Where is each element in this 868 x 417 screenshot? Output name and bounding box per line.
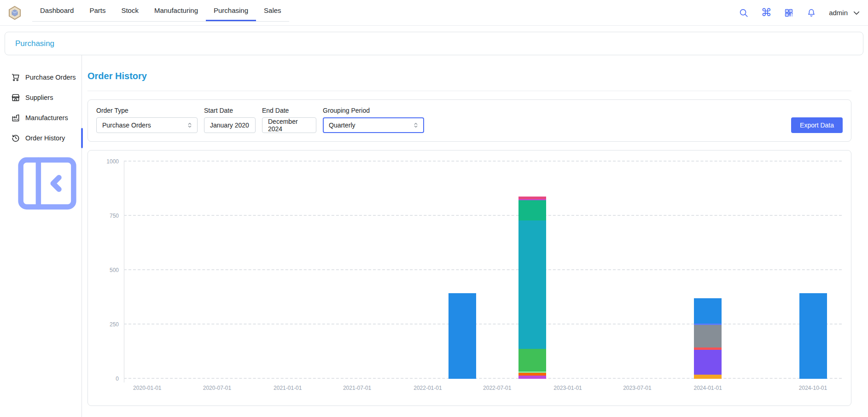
sidebar-collapse-icon[interactable] xyxy=(12,212,82,220)
select-chevrons-icon xyxy=(186,122,193,128)
chart-bar-segment[interactable] xyxy=(518,376,546,379)
sidebar-item-label: Order History xyxy=(25,134,65,142)
shopping-cart-icon xyxy=(11,73,20,82)
gridline xyxy=(124,215,842,216)
y-tick-label: 750 xyxy=(110,213,119,219)
x-tick-label: 2024-01-01 xyxy=(693,385,722,391)
chart-bar[interactable] xyxy=(449,293,476,379)
chart-bar-segment[interactable] xyxy=(694,375,722,379)
start-date-value: January 2020 xyxy=(210,122,249,129)
gridline xyxy=(124,161,842,162)
tab-sales[interactable]: Sales xyxy=(256,0,289,21)
x-tick-label: 2020-07-01 xyxy=(203,385,231,391)
end-date-label: End Date xyxy=(262,107,316,114)
sidebar-item-order-history[interactable]: Order History xyxy=(11,128,82,148)
x-tick-label: 2023-07-01 xyxy=(623,385,651,391)
top-navbar: Dashboard Parts Stock Manufacturing Purc… xyxy=(0,0,868,26)
y-axis-line xyxy=(124,162,124,382)
end-date-value: December 2024 xyxy=(268,118,310,133)
chart-bar-segment[interactable] xyxy=(694,298,722,324)
grouping-period-select[interactable]: Quarterly xyxy=(323,117,424,133)
chart-bar[interactable] xyxy=(694,298,722,379)
order-history-panel: Order History Order Type Purchase Orders… xyxy=(82,55,868,417)
inventree-logo-icon[interactable] xyxy=(7,6,22,20)
chart-bar-segment[interactable] xyxy=(518,220,546,348)
user-menu[interactable]: admin xyxy=(829,9,861,17)
start-date-input[interactable]: January 2020 xyxy=(204,117,256,133)
gridline xyxy=(124,269,842,270)
tab-parts[interactable]: Parts xyxy=(82,0,113,21)
start-date-label: Start Date xyxy=(204,107,256,114)
qr-scan-icon[interactable] xyxy=(784,8,794,18)
end-date-field: End Date December 2024 xyxy=(262,107,316,133)
main-tabs: Dashboard Parts Stock Manufacturing Purc… xyxy=(32,0,289,22)
username-label: admin xyxy=(829,9,848,17)
command-icon[interactable]: ⌘ xyxy=(761,8,771,18)
order-type-value: Purchase Orders xyxy=(102,122,151,129)
grouping-period-value: Quarterly xyxy=(329,122,355,129)
search-icon[interactable] xyxy=(739,8,749,18)
order-type-field: Order Type Purchase Orders xyxy=(96,107,198,133)
chart-bar-segment[interactable] xyxy=(518,200,546,220)
order-history-chart-card: 025050075010002020-01-012020-07-012021-0… xyxy=(87,150,851,406)
sidebar-item-label: Suppliers xyxy=(25,94,53,101)
select-chevrons-icon xyxy=(413,122,419,128)
chart-bar-segment[interactable] xyxy=(799,293,827,379)
breadcrumb-purchasing-link[interactable]: Purchasing xyxy=(15,39,54,48)
y-tick-label: 0 xyxy=(116,376,119,382)
chart-bar-segment[interactable] xyxy=(449,293,476,379)
y-tick-label: 500 xyxy=(110,267,119,273)
grouping-period-label: Grouping Period xyxy=(323,107,424,114)
factory-icon xyxy=(11,113,20,122)
purchasing-sidebar: Purchase Orders Suppliers Manufacturers xyxy=(0,55,82,417)
active-item-indicator xyxy=(81,128,83,148)
gridline xyxy=(124,324,842,324)
start-date-field: Start Date January 2020 xyxy=(204,107,256,133)
navbar-actions: ⌘ admin xyxy=(739,8,861,18)
chart-bar[interactable] xyxy=(518,197,546,379)
tab-stock[interactable]: Stock xyxy=(113,0,146,21)
gridline xyxy=(124,378,842,379)
chart-bar[interactable] xyxy=(799,293,827,379)
x-tick-label: 2021-07-01 xyxy=(343,385,371,391)
x-tick-label: 2022-07-01 xyxy=(483,385,511,391)
chart-bar-segment[interactable] xyxy=(694,350,722,374)
history-clock-icon xyxy=(11,133,20,143)
x-tick-label: 2024-10-01 xyxy=(799,385,827,391)
x-tick-label: 2022-01-01 xyxy=(414,385,442,391)
y-tick-label: 1000 xyxy=(106,158,119,165)
breadcrumb: Purchasing xyxy=(5,32,863,55)
grouping-period-field: Grouping Period Quarterly xyxy=(323,107,424,133)
filter-card: Order Type Purchase Orders Start Date Ja… xyxy=(87,99,851,142)
sidebar-item-manufacturers[interactable]: Manufacturers xyxy=(11,108,82,128)
y-tick-label: 250 xyxy=(110,321,119,328)
chart-bar-segment[interactable] xyxy=(694,325,722,348)
chart-bar-segment[interactable] xyxy=(518,349,546,372)
title-divider xyxy=(87,91,851,91)
tab-purchasing[interactable]: Purchasing xyxy=(206,0,256,21)
chevron-down-icon xyxy=(852,9,861,17)
export-data-button[interactable]: Export Data xyxy=(791,117,843,133)
order-type-select[interactable]: Purchase Orders xyxy=(96,117,198,133)
page-title: Order History xyxy=(87,71,851,81)
tab-manufacturing[interactable]: Manufacturing xyxy=(146,0,206,21)
x-tick-label: 2021-01-01 xyxy=(274,385,302,391)
tab-dashboard[interactable]: Dashboard xyxy=(32,0,82,21)
x-tick-label: 2023-01-01 xyxy=(553,385,582,391)
bell-icon[interactable] xyxy=(806,8,816,18)
sidebar-item-label: Purchase Orders xyxy=(25,74,76,81)
x-tick-label: 2020-01-01 xyxy=(133,385,161,391)
sidebar-item-suppliers[interactable]: Suppliers xyxy=(11,87,82,108)
stacked-bar-chart: 025050075010002020-01-012020-07-012021-0… xyxy=(124,162,842,379)
sidebar-item-label: Manufacturers xyxy=(25,114,68,122)
order-type-label: Order Type xyxy=(96,107,198,114)
end-date-input[interactable]: December 2024 xyxy=(262,117,316,133)
sidebar-item-purchase-orders[interactable]: Purchase Orders xyxy=(11,67,82,87)
building-store-icon xyxy=(11,93,20,102)
